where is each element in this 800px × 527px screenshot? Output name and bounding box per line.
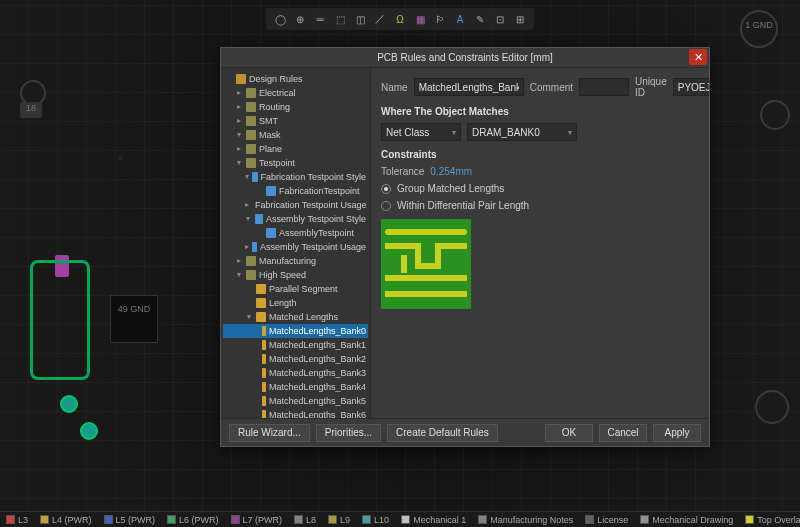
tool-text-icon[interactable]: A	[452, 11, 468, 27]
layer-swatch-icon	[40, 515, 49, 524]
tree-item[interactable]: Parallel Segment	[223, 282, 368, 296]
priorities-button[interactable]: Priorities...	[316, 424, 381, 442]
layer-tab[interactable]: L8	[288, 515, 322, 525]
tool-line-icon[interactable]: ／	[372, 11, 388, 27]
tree-label: SMT	[259, 115, 278, 127]
ok-button[interactable]: OK	[545, 424, 593, 442]
layer-swatch-icon	[401, 515, 410, 524]
constraints-heading: Constraints	[381, 149, 699, 160]
tolerance-label: Tolerance	[381, 166, 424, 177]
tree-item[interactable]: ▸Plane	[223, 142, 368, 156]
tree-item[interactable]: MatchedLengths_Bank6	[223, 408, 368, 418]
tree-icon	[256, 312, 266, 322]
tree-label: Routing	[259, 101, 290, 113]
tree-item[interactable]: Length	[223, 296, 368, 310]
dialog-titlebar[interactable]: PCB Rules and Constraints Editor [mm] ✕	[221, 48, 709, 68]
tree-item[interactable]: MatchedLengths_Bank1	[223, 338, 368, 352]
layer-tab[interactable]: Manufacturing Notes	[472, 515, 579, 525]
tree-item[interactable]: MatchedLengths_Bank5	[223, 394, 368, 408]
name-input[interactable]	[414, 78, 524, 96]
tool-track-icon[interactable]: ═	[312, 11, 328, 27]
tool-grid-icon[interactable]: ▦	[412, 11, 428, 27]
tree-item[interactable]: ▸Electrical	[223, 86, 368, 100]
layer-tab[interactable]: Mechanical 1	[395, 515, 472, 525]
tree-item[interactable]: MatchedLengths_Bank0	[223, 324, 368, 338]
via-label: 1 GND	[742, 12, 776, 30]
tree-item[interactable]: MatchedLengths_Bank2	[223, 352, 368, 366]
tree-label: Design Rules	[249, 73, 303, 85]
layer-swatch-icon	[231, 515, 240, 524]
tool-omega-icon[interactable]: Ω	[392, 11, 408, 27]
tree-item[interactable]: Design Rules	[223, 72, 368, 86]
close-button[interactable]: ✕	[689, 49, 707, 65]
caret-icon: ▾	[245, 215, 252, 223]
tree-item[interactable]: AssemblyTestpoint	[223, 226, 368, 240]
layer-tab[interactable]: L7 (PWR)	[225, 515, 289, 525]
tree-icon	[246, 88, 256, 98]
scope-type-dropdown[interactable]: Net Class	[381, 123, 461, 141]
layer-tab[interactable]: L9	[322, 515, 356, 525]
tool-edit-icon[interactable]: ✎	[472, 11, 488, 27]
tolerance-value[interactable]: 0.254mm	[430, 166, 472, 177]
tool-rect-icon[interactable]: ⬚	[332, 11, 348, 27]
layer-swatch-icon	[6, 515, 15, 524]
tree-icon	[246, 116, 256, 126]
tree-icon	[262, 382, 266, 392]
radio-off-icon	[381, 201, 391, 211]
tool-circle-icon[interactable]: ◯	[272, 11, 288, 27]
layer-tab[interactable]: License	[579, 515, 634, 525]
where-matches-heading: Where The Object Matches	[381, 106, 699, 117]
scope-value-dropdown[interactable]: DRAM_BANK0	[467, 123, 577, 141]
tree-item[interactable]: ▾Testpoint	[223, 156, 368, 170]
tree-item[interactable]: ▸Manufacturing	[223, 254, 368, 268]
layer-tab[interactable]: L3	[0, 515, 34, 525]
layer-name: L4 (PWR)	[52, 515, 92, 525]
tree-item[interactable]: ▾Mask	[223, 128, 368, 142]
cancel-button[interactable]: Cancel	[599, 424, 647, 442]
radio-within-diffpair[interactable]: Within Differential Pair Length	[381, 200, 699, 211]
comment-input[interactable]	[579, 78, 629, 96]
rule-wizard-button[interactable]: Rule Wizard...	[229, 424, 310, 442]
tree-item[interactable]: MatchedLengths_Bank3	[223, 366, 368, 380]
layer-tab[interactable]: Top Overlay	[739, 515, 800, 525]
tree-label: Fabrication Testpoint Usage	[255, 199, 366, 211]
layer-name: L8	[306, 515, 316, 525]
rules-tree[interactable]: Design Rules▸Electrical▸Routing▸SMT▾Mask…	[221, 68, 371, 418]
layer-tab[interactable]: L5 (PWR)	[98, 515, 162, 525]
apply-button[interactable]: Apply	[653, 424, 701, 442]
caret-icon	[245, 285, 253, 293]
tree-item[interactable]: ▾Matched Lengths	[223, 310, 368, 324]
tree-label: MatchedLengths_Bank6	[269, 409, 366, 418]
tree-label: Matched Lengths	[269, 311, 338, 323]
tree-label: Assembly Testpoint Usage	[260, 241, 366, 253]
tree-item[interactable]: ▸Assembly Testpoint Usage	[223, 240, 368, 254]
layer-tab[interactable]: L6 (PWR)	[161, 515, 225, 525]
tool-box1-icon[interactable]: ⊡	[492, 11, 508, 27]
tree-item[interactable]: ▾Assembly Testpoint Style	[223, 212, 368, 226]
uniqueid-input[interactable]	[673, 78, 709, 96]
tree-icon	[246, 102, 256, 112]
create-default-rules-button[interactable]: Create Default Rules	[387, 424, 498, 442]
tree-label: Manufacturing	[259, 255, 316, 267]
layer-name: Manufacturing Notes	[490, 515, 573, 525]
layer-swatch-icon	[328, 515, 337, 524]
layer-tab[interactable]: L4 (PWR)	[34, 515, 98, 525]
tree-item[interactable]: ▸Routing	[223, 100, 368, 114]
tool-flag-icon[interactable]: 🏳	[432, 11, 448, 27]
tree-item[interactable]: FabricationTestpoint	[223, 184, 368, 198]
uniqueid-label: Unique ID	[635, 76, 667, 98]
tool-box2-icon[interactable]: ⊞	[512, 11, 528, 27]
tool-place-icon[interactable]: ⊕	[292, 11, 308, 27]
layer-tab[interactable]: L10	[356, 515, 395, 525]
layer-tabs-bar[interactable]: L3L4 (PWR)L5 (PWR)L6 (PWR)L7 (PWR)L8L9L1…	[0, 511, 800, 527]
tree-item[interactable]: ▾High Speed	[223, 268, 368, 282]
layer-tab[interactable]: Mechanical Drawing	[634, 515, 739, 525]
tree-item[interactable]: ▾Fabrication Testpoint Style	[223, 170, 368, 184]
tree-icon	[262, 396, 266, 406]
tree-item[interactable]: ▸SMT	[223, 114, 368, 128]
layer-swatch-icon	[478, 515, 487, 524]
tree-item[interactable]: MatchedLengths_Bank4	[223, 380, 368, 394]
radio-group-matched[interactable]: Group Matched Lengths	[381, 183, 699, 194]
tool-fill-icon[interactable]: ◫	[352, 11, 368, 27]
tree-item[interactable]: ▸Fabrication Testpoint Usage	[223, 198, 368, 212]
